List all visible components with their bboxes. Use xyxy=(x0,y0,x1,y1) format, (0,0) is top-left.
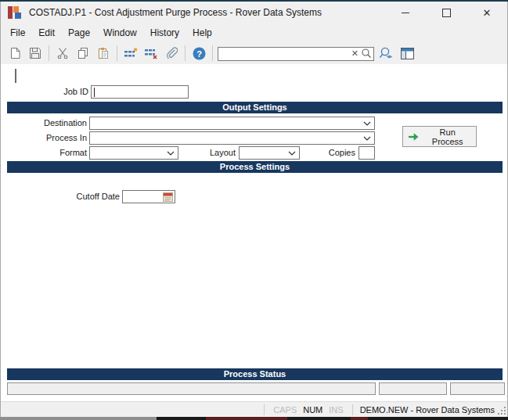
process-status-field-1 xyxy=(7,382,376,395)
insert-mode-indicator: INS xyxy=(329,405,343,415)
toolbar-separator xyxy=(117,45,117,61)
menu-bar: File Edit Page Window History Help xyxy=(1,23,507,42)
paste-button[interactable] xyxy=(94,44,113,63)
copy-button[interactable] xyxy=(74,44,92,63)
clear-search-icon[interactable]: ✕ xyxy=(351,48,358,59)
statusbar-separator xyxy=(352,404,353,415)
find-preview-icon xyxy=(379,47,395,60)
resize-grip[interactable] xyxy=(497,406,506,415)
format-select[interactable] xyxy=(89,146,178,160)
cut-button[interactable] xyxy=(53,44,72,63)
desktop-edge-segment xyxy=(206,417,287,420)
menu-file[interactable]: File xyxy=(10,27,25,38)
browse-delete-icon xyxy=(144,48,158,59)
toolbar-separator xyxy=(212,45,213,61)
paste-icon xyxy=(97,47,110,59)
menu-page[interactable]: Page xyxy=(68,27,90,38)
copies-input[interactable] xyxy=(358,146,375,160)
layout-select[interactable] xyxy=(239,146,300,160)
input-caret xyxy=(94,88,95,97)
window-body: COSTADJ.P1 - Cost Adjustment Purge Proce… xyxy=(0,2,508,417)
app-logo-icon xyxy=(8,5,25,20)
menu-history[interactable]: History xyxy=(150,27,179,38)
close-button[interactable]: ✕ xyxy=(467,2,507,23)
process-status-field-3 xyxy=(450,382,505,395)
application-window: COSTADJ.P1 - Cost Adjustment Purge Proce… xyxy=(0,0,508,420)
chevron-down-icon xyxy=(363,121,371,126)
process-in-select[interactable] xyxy=(89,131,375,145)
process-status-header: Process Status xyxy=(7,368,503,380)
copy-icon xyxy=(77,47,89,59)
form-layout-button[interactable] xyxy=(398,44,416,63)
desktop-edge-strip xyxy=(0,417,508,420)
desktop-edge-segment xyxy=(0,417,157,420)
run-process-button[interactable]: Run Process xyxy=(402,126,477,147)
form-layout-icon xyxy=(401,48,414,59)
format-label: Format xyxy=(1,146,87,160)
new-document-button[interactable] xyxy=(5,44,24,63)
minimize-icon xyxy=(402,13,409,13)
attach-button[interactable] xyxy=(162,44,181,63)
save-icon xyxy=(29,47,41,59)
green-arrow-right-icon xyxy=(408,132,419,142)
workspace-indicator: DEMO.NEW - Rover Data Systems xyxy=(360,405,495,415)
browse-delete-button[interactable] xyxy=(142,44,160,63)
caps-lock-indicator: CAPS xyxy=(273,405,297,415)
job-id-label: Job ID xyxy=(1,85,88,99)
process-status-field-2 xyxy=(379,382,447,395)
num-lock-indicator: NUM xyxy=(303,405,322,415)
window-controls: ✕ xyxy=(385,2,507,23)
statusbar-separator xyxy=(264,404,265,415)
menu-help[interactable]: Help xyxy=(193,27,212,38)
cut-icon xyxy=(56,47,69,59)
menu-edit[interactable]: Edit xyxy=(38,27,55,38)
minimize-button[interactable] xyxy=(385,2,426,23)
maximize-icon xyxy=(442,9,451,17)
destination-select[interactable] xyxy=(89,117,375,130)
destination-label: Destination xyxy=(1,117,87,130)
status-bar: CAPS NUM INS DEMO.NEW - Rover Data Syste… xyxy=(1,401,507,417)
desktop-edge-segment xyxy=(351,417,368,420)
browse-insert-icon xyxy=(124,48,138,59)
help-icon: ? xyxy=(193,47,206,60)
cutoff-date-input[interactable] xyxy=(122,190,175,203)
layout-label: Layout xyxy=(181,146,236,160)
help-button[interactable]: ? xyxy=(189,44,208,63)
close-icon: ✕ xyxy=(483,8,492,18)
process-in-label: Process In xyxy=(1,131,87,145)
job-id-input[interactable] xyxy=(91,85,189,99)
output-settings-header: Output Settings xyxy=(7,102,503,113)
process-settings-header: Process Settings xyxy=(7,161,503,173)
browse-insert-button[interactable] xyxy=(121,44,140,63)
window-title: COSTADJ.P1 - Cost Adjustment Purge Proce… xyxy=(29,7,322,18)
find-preview-button[interactable] xyxy=(377,44,396,63)
attach-icon xyxy=(165,47,178,59)
toolbar-separator xyxy=(49,45,49,61)
title-bar: COSTADJ.P1 - Cost Adjustment Purge Proce… xyxy=(1,2,507,23)
save-button[interactable] xyxy=(26,44,45,63)
search-icon[interactable] xyxy=(361,48,372,59)
menu-window[interactable]: Window xyxy=(103,27,137,38)
text-cursor xyxy=(15,69,16,83)
svg-text:?: ? xyxy=(196,48,202,58)
chevron-down-icon xyxy=(288,151,296,156)
cutoff-date-label: Cutoff Date xyxy=(1,190,120,203)
chevron-down-icon xyxy=(363,136,371,141)
copies-label: Copies xyxy=(302,146,355,160)
maximize-button[interactable] xyxy=(426,2,467,23)
toolbar-separator xyxy=(185,45,186,61)
search-box: ✕ xyxy=(218,46,374,60)
toolbar: ? ✕ xyxy=(1,42,507,64)
new-document-icon xyxy=(9,47,21,59)
run-process-label: Run Process xyxy=(423,127,471,146)
calendar-icon[interactable] xyxy=(163,192,173,202)
chevron-down-icon xyxy=(167,151,175,156)
